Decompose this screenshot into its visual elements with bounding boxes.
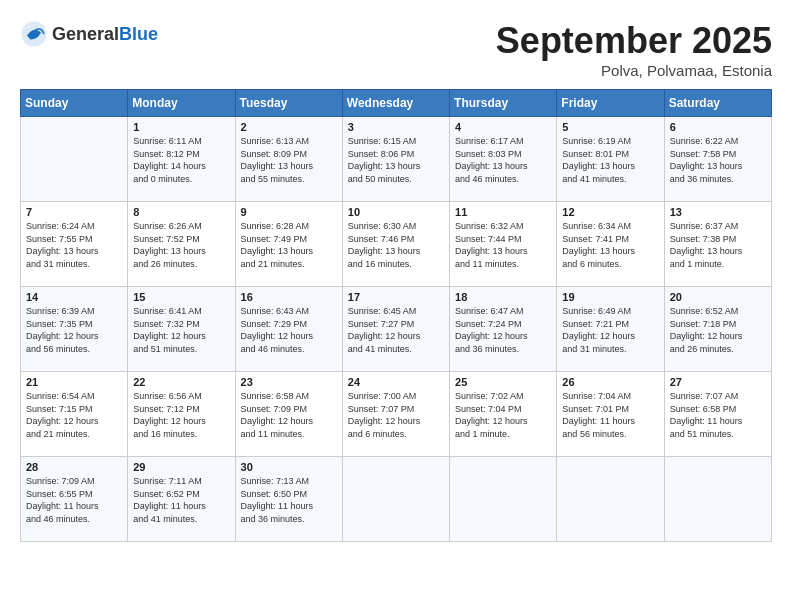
- day-number: 29: [133, 461, 229, 473]
- calendar-cell: 2Sunrise: 6:13 AM Sunset: 8:09 PM Daylig…: [235, 117, 342, 202]
- logo: GeneralBlue: [20, 20, 158, 48]
- calendar-week-1: 1Sunrise: 6:11 AM Sunset: 8:12 PM Daylig…: [21, 117, 772, 202]
- calendar-cell: 24Sunrise: 7:00 AM Sunset: 7:07 PM Dayli…: [342, 372, 449, 457]
- day-number: 21: [26, 376, 122, 388]
- day-number: 3: [348, 121, 444, 133]
- day-info: Sunrise: 6:11 AM Sunset: 8:12 PM Dayligh…: [133, 135, 229, 185]
- day-number: 4: [455, 121, 551, 133]
- day-info: Sunrise: 6:49 AM Sunset: 7:21 PM Dayligh…: [562, 305, 658, 355]
- calendar-cell: 15Sunrise: 6:41 AM Sunset: 7:32 PM Dayli…: [128, 287, 235, 372]
- day-info: Sunrise: 6:47 AM Sunset: 7:24 PM Dayligh…: [455, 305, 551, 355]
- calendar-cell: 4Sunrise: 6:17 AM Sunset: 8:03 PM Daylig…: [450, 117, 557, 202]
- calendar-cell: 19Sunrise: 6:49 AM Sunset: 7:21 PM Dayli…: [557, 287, 664, 372]
- day-number: 7: [26, 206, 122, 218]
- day-number: 24: [348, 376, 444, 388]
- calendar-cell: [342, 457, 449, 542]
- day-info: Sunrise: 7:04 AM Sunset: 7:01 PM Dayligh…: [562, 390, 658, 440]
- calendar-cell: 3Sunrise: 6:15 AM Sunset: 8:06 PM Daylig…: [342, 117, 449, 202]
- day-info: Sunrise: 6:24 AM Sunset: 7:55 PM Dayligh…: [26, 220, 122, 270]
- logo-blue-text: Blue: [119, 24, 158, 44]
- calendar-cell: 9Sunrise: 6:28 AM Sunset: 7:49 PM Daylig…: [235, 202, 342, 287]
- calendar-cell: 18Sunrise: 6:47 AM Sunset: 7:24 PM Dayli…: [450, 287, 557, 372]
- day-number: 6: [670, 121, 766, 133]
- day-number: 11: [455, 206, 551, 218]
- day-number: 20: [670, 291, 766, 303]
- day-number: 9: [241, 206, 337, 218]
- weekday-header-friday: Friday: [557, 90, 664, 117]
- day-number: 2: [241, 121, 337, 133]
- day-info: Sunrise: 7:02 AM Sunset: 7:04 PM Dayligh…: [455, 390, 551, 440]
- day-info: Sunrise: 6:26 AM Sunset: 7:52 PM Dayligh…: [133, 220, 229, 270]
- day-info: Sunrise: 6:54 AM Sunset: 7:15 PM Dayligh…: [26, 390, 122, 440]
- calendar-cell: 14Sunrise: 6:39 AM Sunset: 7:35 PM Dayli…: [21, 287, 128, 372]
- day-info: Sunrise: 6:37 AM Sunset: 7:38 PM Dayligh…: [670, 220, 766, 270]
- day-info: Sunrise: 6:22 AM Sunset: 7:58 PM Dayligh…: [670, 135, 766, 185]
- day-number: 1: [133, 121, 229, 133]
- day-number: 25: [455, 376, 551, 388]
- day-number: 18: [455, 291, 551, 303]
- calendar-table: SundayMondayTuesdayWednesdayThursdayFrid…: [20, 89, 772, 542]
- title-block: September 2025 Polva, Polvamaa, Estonia: [496, 20, 772, 79]
- calendar-cell: 22Sunrise: 6:56 AM Sunset: 7:12 PM Dayli…: [128, 372, 235, 457]
- calendar-cell: 11Sunrise: 6:32 AM Sunset: 7:44 PM Dayli…: [450, 202, 557, 287]
- weekday-header-saturday: Saturday: [664, 90, 771, 117]
- day-number: 15: [133, 291, 229, 303]
- calendar-cell: 17Sunrise: 6:45 AM Sunset: 7:27 PM Dayli…: [342, 287, 449, 372]
- day-info: Sunrise: 6:32 AM Sunset: 7:44 PM Dayligh…: [455, 220, 551, 270]
- calendar-cell: 27Sunrise: 7:07 AM Sunset: 6:58 PM Dayli…: [664, 372, 771, 457]
- weekday-header-thursday: Thursday: [450, 90, 557, 117]
- weekday-header-monday: Monday: [128, 90, 235, 117]
- calendar-cell: 8Sunrise: 6:26 AM Sunset: 7:52 PM Daylig…: [128, 202, 235, 287]
- weekday-header-row: SundayMondayTuesdayWednesdayThursdayFrid…: [21, 90, 772, 117]
- day-info: Sunrise: 6:56 AM Sunset: 7:12 PM Dayligh…: [133, 390, 229, 440]
- calendar-cell: 16Sunrise: 6:43 AM Sunset: 7:29 PM Dayli…: [235, 287, 342, 372]
- day-info: Sunrise: 7:13 AM Sunset: 6:50 PM Dayligh…: [241, 475, 337, 525]
- calendar-cell: 6Sunrise: 6:22 AM Sunset: 7:58 PM Daylig…: [664, 117, 771, 202]
- calendar-cell: 28Sunrise: 7:09 AM Sunset: 6:55 PM Dayli…: [21, 457, 128, 542]
- day-number: 17: [348, 291, 444, 303]
- weekday-header-wednesday: Wednesday: [342, 90, 449, 117]
- month-title: September 2025: [496, 20, 772, 62]
- calendar-cell: 7Sunrise: 6:24 AM Sunset: 7:55 PM Daylig…: [21, 202, 128, 287]
- day-info: Sunrise: 6:52 AM Sunset: 7:18 PM Dayligh…: [670, 305, 766, 355]
- day-number: 28: [26, 461, 122, 473]
- logo-general-text: General: [52, 24, 119, 44]
- day-info: Sunrise: 7:07 AM Sunset: 6:58 PM Dayligh…: [670, 390, 766, 440]
- day-number: 14: [26, 291, 122, 303]
- calendar-cell: 29Sunrise: 7:11 AM Sunset: 6:52 PM Dayli…: [128, 457, 235, 542]
- calendar-cell: 30Sunrise: 7:13 AM Sunset: 6:50 PM Dayli…: [235, 457, 342, 542]
- day-number: 23: [241, 376, 337, 388]
- calendar-cell: 20Sunrise: 6:52 AM Sunset: 7:18 PM Dayli…: [664, 287, 771, 372]
- day-info: Sunrise: 6:30 AM Sunset: 7:46 PM Dayligh…: [348, 220, 444, 270]
- day-info: Sunrise: 6:34 AM Sunset: 7:41 PM Dayligh…: [562, 220, 658, 270]
- day-number: 26: [562, 376, 658, 388]
- calendar-cell: 1Sunrise: 6:11 AM Sunset: 8:12 PM Daylig…: [128, 117, 235, 202]
- day-info: Sunrise: 6:13 AM Sunset: 8:09 PM Dayligh…: [241, 135, 337, 185]
- calendar-cell: 5Sunrise: 6:19 AM Sunset: 8:01 PM Daylig…: [557, 117, 664, 202]
- day-info: Sunrise: 7:00 AM Sunset: 7:07 PM Dayligh…: [348, 390, 444, 440]
- calendar-cell: [450, 457, 557, 542]
- day-info: Sunrise: 7:09 AM Sunset: 6:55 PM Dayligh…: [26, 475, 122, 525]
- calendar-week-5: 28Sunrise: 7:09 AM Sunset: 6:55 PM Dayli…: [21, 457, 772, 542]
- day-info: Sunrise: 6:15 AM Sunset: 8:06 PM Dayligh…: [348, 135, 444, 185]
- calendar-cell: 25Sunrise: 7:02 AM Sunset: 7:04 PM Dayli…: [450, 372, 557, 457]
- weekday-header-sunday: Sunday: [21, 90, 128, 117]
- day-number: 30: [241, 461, 337, 473]
- day-info: Sunrise: 6:17 AM Sunset: 8:03 PM Dayligh…: [455, 135, 551, 185]
- calendar-cell: 12Sunrise: 6:34 AM Sunset: 7:41 PM Dayli…: [557, 202, 664, 287]
- day-number: 19: [562, 291, 658, 303]
- day-info: Sunrise: 6:28 AM Sunset: 7:49 PM Dayligh…: [241, 220, 337, 270]
- calendar-cell: [21, 117, 128, 202]
- day-info: Sunrise: 6:45 AM Sunset: 7:27 PM Dayligh…: [348, 305, 444, 355]
- calendar-cell: 10Sunrise: 6:30 AM Sunset: 7:46 PM Dayli…: [342, 202, 449, 287]
- page-header: GeneralBlue September 2025 Polva, Polvam…: [20, 20, 772, 79]
- day-info: Sunrise: 6:58 AM Sunset: 7:09 PM Dayligh…: [241, 390, 337, 440]
- calendar-week-2: 7Sunrise: 6:24 AM Sunset: 7:55 PM Daylig…: [21, 202, 772, 287]
- calendar-cell: 23Sunrise: 6:58 AM Sunset: 7:09 PM Dayli…: [235, 372, 342, 457]
- day-number: 10: [348, 206, 444, 218]
- day-info: Sunrise: 6:39 AM Sunset: 7:35 PM Dayligh…: [26, 305, 122, 355]
- calendar-week-3: 14Sunrise: 6:39 AM Sunset: 7:35 PM Dayli…: [21, 287, 772, 372]
- calendar-cell: [557, 457, 664, 542]
- day-number: 12: [562, 206, 658, 218]
- day-info: Sunrise: 7:11 AM Sunset: 6:52 PM Dayligh…: [133, 475, 229, 525]
